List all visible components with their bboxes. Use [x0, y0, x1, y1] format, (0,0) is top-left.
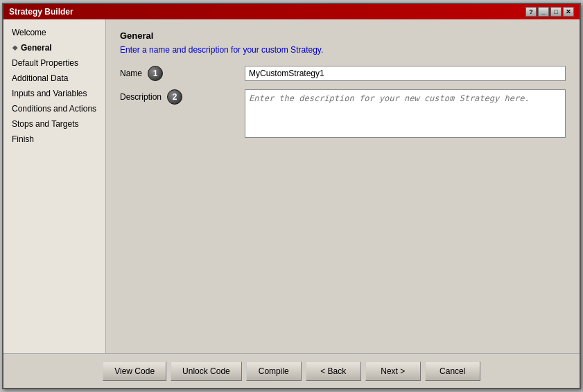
description-label-area: Description 2: [120, 89, 245, 105]
name-field-container: [245, 66, 566, 81]
content-area: Welcome ❖ General Default Properties Add…: [3, 19, 580, 353]
description-row: Description 2: [120, 89, 566, 140]
section-title: General: [120, 30, 566, 41]
section-subtitle: Enter a name and description for your cu…: [120, 45, 566, 55]
close-button[interactable]: ✕: [563, 7, 574, 17]
title-bar: Strategy Builder ? _ □ ✕: [3, 4, 580, 19]
minimize-button[interactable]: _: [538, 7, 549, 17]
sidebar-item-conditions-actions[interactable]: Conditions and Actions: [3, 101, 105, 116]
sidebar: Welcome ❖ General Default Properties Add…: [3, 19, 106, 353]
sidebar-item-general[interactable]: ❖ General: [3, 40, 105, 55]
next-button[interactable]: Next >: [365, 362, 421, 381]
sidebar-label-stops-targets: Stops and Targets: [12, 119, 79, 129]
name-label-area: Name 1: [120, 66, 245, 81]
name-row: Name 1: [120, 66, 566, 81]
unlock-code-button[interactable]: Unlock Code: [171, 362, 242, 381]
name-input[interactable]: [245, 66, 566, 81]
sidebar-label-welcome: Welcome: [12, 28, 46, 37]
sidebar-label-finish: Finish: [12, 134, 34, 144]
bottom-bar: View Code Unlock Code Compile < Back Nex…: [3, 353, 580, 388]
cancel-button[interactable]: Cancel: [425, 362, 480, 381]
sidebar-item-stops-targets[interactable]: Stops and Targets: [3, 116, 105, 132]
sidebar-label-additional-data: Additional Data: [12, 73, 68, 83]
window-body: Welcome ❖ General Default Properties Add…: [3, 19, 580, 388]
description-field-container: [245, 89, 566, 140]
sidebar-item-inputs-variables[interactable]: Inputs and Variables: [3, 86, 105, 101]
sidebar-label-general: General: [21, 43, 52, 53]
sidebar-label-inputs-variables: Inputs and Variables: [12, 89, 87, 98]
sidebar-label-conditions-actions: Conditions and Actions: [12, 104, 96, 114]
main-panel: General Enter a name and description for…: [106, 19, 580, 353]
compile-button[interactable]: Compile: [246, 362, 302, 381]
sidebar-item-default-properties[interactable]: Default Properties: [3, 55, 105, 71]
general-diamond-icon: ❖: [12, 44, 18, 52]
description-textarea[interactable]: [245, 89, 566, 138]
description-label: Description: [120, 92, 162, 102]
help-button[interactable]: ?: [525, 7, 537, 17]
maximize-button[interactable]: □: [550, 7, 562, 17]
strategy-builder-window: Strategy Builder ? _ □ ✕ Welcome ❖ Gener…: [2, 3, 581, 389]
sidebar-item-additional-data[interactable]: Additional Data: [3, 71, 105, 86]
view-code-button[interactable]: View Code: [103, 362, 166, 381]
step-1-circle: 1: [148, 66, 163, 81]
title-bar-controls: ? _ □ ✕: [525, 7, 574, 17]
back-button[interactable]: < Back: [306, 362, 361, 381]
sidebar-label-default-properties: Default Properties: [12, 58, 78, 68]
window-title: Strategy Builder: [9, 7, 73, 17]
step-2-circle: 2: [167, 89, 182, 105]
sidebar-item-finish[interactable]: Finish: [3, 132, 105, 147]
sidebar-item-welcome[interactable]: Welcome: [3, 25, 105, 40]
title-bar-left: Strategy Builder: [9, 7, 73, 17]
name-label: Name: [120, 69, 142, 78]
